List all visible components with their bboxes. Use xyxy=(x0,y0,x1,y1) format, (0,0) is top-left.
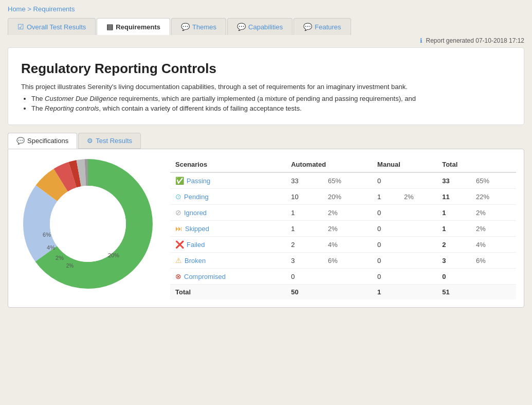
broken-auto-pct: 6% xyxy=(323,253,372,269)
breadcrumb: Home > Requirements xyxy=(8,5,524,13)
failed-link[interactable]: ❌ Failed xyxy=(175,240,281,249)
sub-tab-specifications-label: Specifications xyxy=(27,137,68,145)
table-row: ⏭ Skipped 1 2% 0 1 2% xyxy=(170,221,516,237)
compromised-manual-pct xyxy=(399,269,437,285)
stats-table: Scenarios Automated Manual Total ✅ Passi… xyxy=(170,157,516,300)
table-row: ❌ Failed 2 4% 0 2 4% xyxy=(170,237,516,253)
ignored-icon: ⊘ xyxy=(175,208,181,217)
breadcrumb-separator: > xyxy=(27,5,33,13)
total-count: 51 xyxy=(437,285,471,300)
ignored-manual-count: 0 xyxy=(372,205,399,221)
status-broken: ⚠ Broken xyxy=(170,253,286,269)
total-label: Total xyxy=(170,285,286,300)
ignored-pct-label: 2% xyxy=(66,263,74,269)
ignored-auto-count: 1 xyxy=(286,205,323,221)
skipped-manual-pct xyxy=(399,221,437,237)
passing-auto-pct: 65% xyxy=(323,172,372,189)
bullet-1-italic: Customer Due Diligence xyxy=(45,95,117,102)
skipped-label: Skipped xyxy=(185,225,209,233)
page-title: Regulatory Reporting Controls xyxy=(21,61,511,77)
compromised-link[interactable]: ⊗ Compromised xyxy=(175,272,281,280)
sub-tab-test-results-label: Test Results xyxy=(96,137,132,145)
donut-chart: 65% 20% 6% 4% 2% 2% xyxy=(21,157,155,291)
broken-total-count: 3 xyxy=(437,253,471,269)
pending-link[interactable]: ⊙ Pending xyxy=(175,192,281,201)
col-automated: Automated xyxy=(286,157,372,172)
skipped-total-count: 1 xyxy=(437,221,471,237)
total-manual-count: 1 xyxy=(372,285,399,300)
col-manual: Manual xyxy=(372,157,437,172)
status-failed: ❌ Failed xyxy=(170,237,286,253)
tab-themes-label: Themes xyxy=(192,23,216,31)
failed-total-pct: 4% xyxy=(471,237,516,253)
main-card: Regulatory Reporting Controls This proje… xyxy=(8,47,524,125)
tab-capabilities[interactable]: 💬 Capabilities xyxy=(227,18,292,35)
tab-features-label: Features xyxy=(315,23,341,31)
skipped-icon: ⏭ xyxy=(175,224,182,233)
bullet-1: The Customer Due Diligence requirements,… xyxy=(31,95,511,102)
status-pending: ⊙ Pending xyxy=(170,189,286,205)
bullet-2-italic: Reporting controls xyxy=(45,104,99,112)
tab-features[interactable]: 💬 Features xyxy=(293,18,351,35)
pending-total-pct: 22% xyxy=(471,189,516,205)
failed-auto-count: 2 xyxy=(286,237,323,253)
broken-icon: ⚠ xyxy=(175,256,182,265)
pending-pct-label: 20% xyxy=(108,252,119,258)
tab-capabilities-label: Capabilities xyxy=(248,23,283,31)
table-row: ⊙ Pending 10 20% 1 2% 11 22% xyxy=(170,189,516,205)
info-icon: ℹ xyxy=(420,37,423,44)
passing-total-count: 33 xyxy=(437,172,471,189)
passing-manual-pct xyxy=(399,172,437,189)
ignored-label: Ignored xyxy=(184,209,207,217)
col-total: Total xyxy=(437,157,516,172)
tab-overall[interactable]: ☑ Overall Test Results xyxy=(8,18,96,35)
chart-container: 65% 20% 6% 4% 2% 2% xyxy=(16,157,160,291)
breadcrumb-current: Requirements xyxy=(33,5,75,13)
sub-content: 65% 20% 6% 4% 2% 2% Scenarios Automated … xyxy=(8,149,524,308)
compromised-icon: ⊗ xyxy=(175,272,181,280)
compromised-auto-pct xyxy=(323,269,372,285)
pending-auto-pct: 20% xyxy=(323,189,372,205)
passing-auto-count: 33 xyxy=(286,172,323,189)
compromised-total-pct xyxy=(471,269,516,285)
passing-icon: ✅ xyxy=(175,177,184,185)
skipped-link[interactable]: ⏭ Skipped xyxy=(175,224,281,233)
bullet-2: The Reporting controls, which contain a … xyxy=(31,104,511,112)
test-results-icon: ⚙ xyxy=(87,137,93,145)
status-ignored: ⊘ Ignored xyxy=(170,205,286,221)
broken-label: Broken xyxy=(185,257,206,265)
report-timestamp: Report generated 07-10-2018 17:12 xyxy=(426,37,524,44)
pending-manual-pct: 2% xyxy=(399,189,437,205)
table-row: ✅ Passing 33 65% 0 33 65% xyxy=(170,172,516,189)
requirements-icon: ▤ xyxy=(106,23,113,31)
passing-total-pct: 65% xyxy=(471,172,516,189)
overall-icon: ☑ xyxy=(17,23,24,31)
failed-label: Failed xyxy=(187,241,205,249)
sub-tab-specifications[interactable]: 💬 Specifications xyxy=(8,133,77,149)
compromised-manual-count: 0 xyxy=(372,269,399,285)
col-scenarios: Scenarios xyxy=(170,157,286,172)
passing-link[interactable]: ✅ Passing xyxy=(175,177,281,185)
tab-themes[interactable]: 💬 Themes xyxy=(171,18,226,35)
compromised-pct-label: 2% xyxy=(56,255,64,261)
passing-pct-label: 65% xyxy=(89,190,102,197)
report-info: ℹ Report generated 07-10-2018 17:12 xyxy=(8,35,524,47)
passing-label: Passing xyxy=(187,177,210,185)
ignored-link[interactable]: ⊘ Ignored xyxy=(175,208,281,217)
tab-requirements[interactable]: ▤ Requirements xyxy=(97,18,170,35)
failed-auto-pct: 4% xyxy=(323,237,372,253)
features-icon: 💬 xyxy=(303,23,312,31)
pending-icon: ⊙ xyxy=(175,192,181,201)
skipped-auto-pct: 2% xyxy=(323,221,372,237)
specifications-icon: 💬 xyxy=(16,137,25,145)
broken-pct-label: 6% xyxy=(43,232,51,238)
status-compromised: ⊗ Compromised xyxy=(170,269,286,285)
breadcrumb-home[interactable]: Home xyxy=(8,5,26,13)
table-row: ⚠ Broken 3 6% 0 3 6% xyxy=(170,253,516,269)
total-auto-count: 50 xyxy=(286,285,323,300)
totals-row: Total 50 1 51 xyxy=(170,285,516,300)
broken-link[interactable]: ⚠ Broken xyxy=(175,256,281,265)
sub-tab-test-results[interactable]: ⚙ Test Results xyxy=(78,133,141,149)
status-passing: ✅ Passing xyxy=(170,172,286,189)
ignored-total-pct: 2% xyxy=(471,205,516,221)
